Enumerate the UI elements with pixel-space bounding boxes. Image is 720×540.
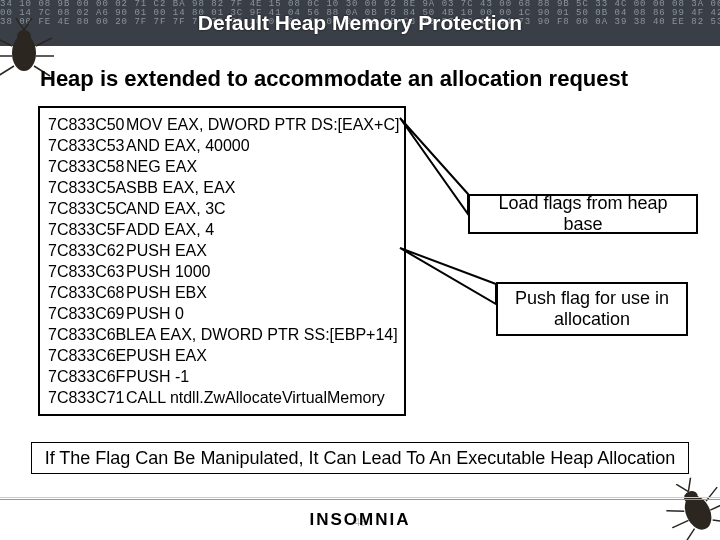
callout-load-flags: Load flags from heap base <box>468 194 698 234</box>
callout-arrow-icon <box>398 110 476 220</box>
slide-title: Default Heap Memory Protection <box>0 0 720 46</box>
code-line: 7C833C62PUSH EAX <box>48 240 396 261</box>
footer-logo: INSOMNIA <box>0 510 720 530</box>
divider <box>0 499 720 500</box>
disassembly-box: 7C833C50MOV EAX, DWORD PTR DS:[EAX+C] 7C… <box>38 106 406 416</box>
svg-point-1 <box>17 30 31 42</box>
code-line: 7C833C6EPUSH EAX <box>48 345 396 366</box>
callout-arrow-icon <box>398 240 502 310</box>
code-line: 7C833C58NEG EAX <box>48 156 396 177</box>
code-line: 7C833C53AND EAX, 40000 <box>48 135 396 156</box>
divider <box>0 497 720 498</box>
code-line: 7C833C5CAND EAX, 3C <box>48 198 396 219</box>
code-line: 7C833C63PUSH 1000 <box>48 261 396 282</box>
conclusion-box: If The Flag Can Be Manipulated, It Can L… <box>31 442 689 474</box>
code-line: 7C833C6BLEA EAX, DWORD PTR SS:[EBP+14] <box>48 324 396 345</box>
code-line: 7C833C5FADD EAX, 4 <box>48 219 396 240</box>
code-line: 7C833C69PUSH 0 <box>48 303 396 324</box>
code-line: 7C833C5ASBB EAX, EAX <box>48 177 396 198</box>
code-line: 7C833C6FPUSH -1 <box>48 366 396 387</box>
code-line: 7C833C68PUSH EBX <box>48 282 396 303</box>
section-heading: Heap is extended to accommodate an alloc… <box>40 66 628 92</box>
callout-push-flag: Push flag for use in allocation <box>496 282 688 336</box>
svg-marker-5 <box>400 248 496 304</box>
code-line: 7C833C50MOV EAX, DWORD PTR DS:[EAX+C] <box>48 114 396 135</box>
code-line: 7C833C71CALL ntdll.ZwAllocateVirtualMemo… <box>48 387 396 408</box>
svg-marker-4 <box>400 118 468 214</box>
title-banner: 34 10 08 9B 00 00 02 71 C2 BA 98 82 7F 4… <box>0 0 720 46</box>
